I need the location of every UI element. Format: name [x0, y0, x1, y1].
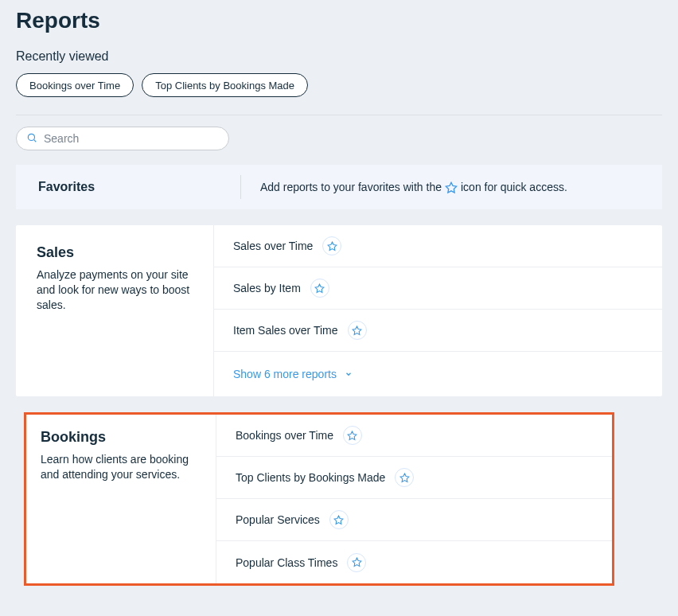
- svg-marker-2: [446, 182, 456, 193]
- svg-point-0: [28, 134, 34, 140]
- favorite-toggle[interactable]: [343, 426, 362, 445]
- svg-marker-9: [353, 558, 361, 566]
- favorite-toggle[interactable]: [395, 468, 414, 487]
- search-icon: [26, 132, 37, 146]
- recently-viewed-chips: Bookings over Time Top Clients by Bookin…: [16, 73, 662, 115]
- svg-marker-6: [349, 431, 357, 439]
- report-name: Bookings over Time: [236, 429, 333, 442]
- section-title-sales: Sales: [37, 244, 193, 267]
- favorite-toggle[interactable]: [347, 553, 366, 572]
- page-title: Reports: [16, 0, 662, 49]
- show-more-sales[interactable]: Show 6 more reports: [213, 352, 662, 396]
- report-name: Popular Class Times: [236, 556, 337, 569]
- section-sales: Sales Analyze payments on your site and …: [16, 225, 662, 396]
- svg-line-1: [34, 139, 37, 142]
- favorite-toggle[interactable]: [348, 321, 367, 340]
- svg-marker-3: [328, 242, 337, 250]
- svg-marker-5: [353, 326, 361, 334]
- search-field[interactable]: [16, 127, 229, 150]
- report-name: Sales over Time: [233, 240, 313, 252]
- favorites-banner: Favorites Add reports to your favorites …: [16, 165, 662, 209]
- section-desc-bookings: Learn how clients are booking and attend…: [41, 452, 198, 482]
- section-title-bookings: Bookings: [41, 429, 198, 452]
- report-row-item-sales-over-time[interactable]: Item Sales over Time: [213, 310, 662, 352]
- show-more-label: Show 6 more reports: [233, 368, 337, 380]
- report-row-top-clients-by-bookings-made[interactable]: Top Clients by Bookings Made: [216, 457, 612, 499]
- section-desc-sales: Analyze payments on your site and look f…: [37, 267, 193, 313]
- highlight-bookings: Bookings Learn how clients are booking a…: [24, 412, 614, 586]
- report-name: Popular Services: [236, 513, 320, 526]
- favorites-title: Favorites: [38, 180, 221, 194]
- favorite-toggle[interactable]: [322, 236, 341, 255]
- svg-marker-4: [315, 284, 324, 292]
- report-row-bookings-over-time[interactable]: Bookings over Time: [216, 415, 612, 457]
- recently-viewed-label: Recently viewed: [16, 49, 662, 73]
- favorite-toggle[interactable]: [329, 510, 349, 529]
- report-row-popular-class-times[interactable]: Popular Class Times: [216, 541, 612, 583]
- star-icon: [445, 180, 458, 193]
- svg-marker-7: [400, 474, 409, 481]
- svg-marker-8: [334, 516, 343, 524]
- favorites-help-text: Add reports to your favorites with the i…: [260, 180, 567, 193]
- report-name: Top Clients by Bookings Made: [236, 471, 385, 484]
- search-input[interactable]: [44, 132, 219, 145]
- favorites-help-after: icon for quick access.: [461, 181, 567, 193]
- chevron-down-icon: [345, 368, 353, 380]
- report-name: Item Sales over Time: [233, 324, 338, 337]
- chip-top-clients-by-bookings-made[interactable]: Top Clients by Bookings Made: [142, 73, 308, 97]
- report-row-sales-by-item[interactable]: Sales by Item: [213, 267, 662, 310]
- divider: [240, 175, 241, 199]
- favorite-toggle[interactable]: [310, 279, 329, 298]
- favorites-help-before: Add reports to your favorites with the: [260, 181, 442, 193]
- report-name: Sales by Item: [233, 282, 301, 294]
- section-bookings: Bookings Learn how clients are booking a…: [26, 415, 612, 583]
- report-row-popular-services[interactable]: Popular Services: [216, 499, 612, 541]
- report-row-sales-over-time[interactable]: Sales over Time: [213, 225, 662, 267]
- chip-bookings-over-time[interactable]: Bookings over Time: [16, 73, 134, 97]
